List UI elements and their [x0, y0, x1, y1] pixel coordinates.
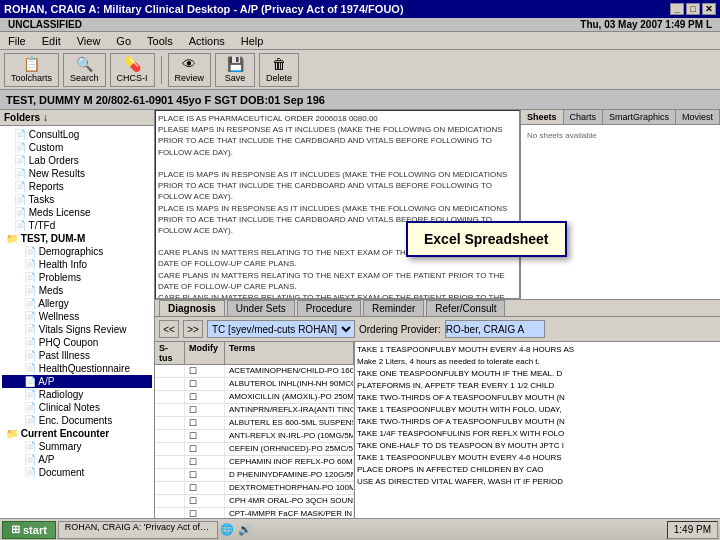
sidebar-item-testdumm[interactable]: 📁 TEST, DUM-M [2, 232, 152, 245]
ordering-provider-label: Ordering Provider: [359, 324, 441, 335]
table-row[interactable]: ☐CPH 4MR ORAL-PO 3QCH SOUN [155, 495, 354, 508]
tab-sheets[interactable]: Sheets [521, 110, 564, 124]
toolbar: 📋 Toolcharts 🔍 Search 💊 CHCS-I 👁 Review … [0, 50, 720, 90]
sidebar-item-phq[interactable]: 📄 PHQ Coupon [2, 336, 152, 349]
menu-help[interactable]: Help [237, 35, 268, 47]
sidebar-item-vitals[interactable]: 📄 Vitals Signs Review [2, 323, 152, 336]
window-controls: _ □ ✕ [670, 3, 716, 15]
minimize-button[interactable]: _ [670, 3, 684, 15]
windows-icon: ⊞ [11, 523, 20, 536]
tab-refer-consult[interactable]: Refer/Consult [426, 300, 505, 316]
tab-moviest[interactable]: Moviest [676, 110, 720, 124]
sidebar-item-consultlog[interactable]: 📄 ConsultLog [2, 128, 152, 141]
orders-section: << >> TC [syev/med-cuts ROHAN] Ordering … [155, 317, 720, 522]
tab-diagnosis[interactable]: Diagnosis [159, 300, 225, 316]
sidebar-tree: 📄 ConsultLog 📄 Custom 📄 Lab Orders 📄 New… [0, 126, 154, 481]
sidebar-item-tasks[interactable]: 📄 Tasks [2, 193, 152, 206]
sidebar-item-reports[interactable]: 📄 Reports [2, 180, 152, 193]
col-terms: Terms [225, 342, 354, 364]
menu-edit[interactable]: Edit [38, 35, 65, 47]
table-row[interactable]: ☐DEXTROMETHORPHAN-PO 100MG-3MX SLZ [155, 482, 354, 495]
table-row[interactable]: ☐ANTI-REFLX IN-IRL-PO (10MG/5ML KIT [155, 430, 354, 443]
sidebar-item-demographics[interactable]: 📄 Demographics [2, 245, 152, 258]
tab-procedure[interactable]: Procedure [297, 300, 361, 316]
speaker-icon: 🔊 [238, 523, 252, 536]
sidebar-item-healthinfo[interactable]: 📄 Health Info [2, 258, 152, 271]
col-status: S-tus [155, 342, 185, 364]
sidebar-item-ap2[interactable]: 📄 A/P [2, 453, 152, 466]
left-sidebar: Folders ↓ 📄 ConsultLog 📄 Custom 📄 Lab Or… [0, 110, 155, 522]
sidebar-item-clinicalnotes[interactable]: 📄 Clinical Notes [2, 401, 152, 414]
taskbar-clock: 1:49 PM [667, 521, 718, 539]
patient-bar: TEST, DUMMY M 20/802-61-0901 45yo F SGT … [0, 90, 720, 110]
sidebar-item-wellness[interactable]: 📄 Wellness [2, 310, 152, 323]
review-label: Review [175, 73, 205, 83]
start-button[interactable]: ⊞ start [2, 521, 56, 539]
classification-bar: UNCLASSIFIED Thu, 03 May 2007 1:49 PM L [0, 18, 720, 32]
delete-label: Delete [266, 73, 292, 83]
excel-tooltip: Excel Spreadsheet [406, 221, 567, 257]
notes-area[interactable]: PLACE IS AS PHARMACEUTICAL ORDER 2006018… [155, 110, 520, 299]
search-button[interactable]: 🔍 Search [63, 53, 106, 87]
menu-bar: File Edit View Go Tools Actions Help [0, 32, 720, 50]
taskbar-icons: 🌐 🔊 [220, 523, 252, 536]
order-set-select[interactable]: TC [syev/med-cuts ROHAN] [207, 320, 355, 338]
classification-label: UNCLASSIFIED [8, 19, 82, 30]
sidebar-item-problems[interactable]: 📄 Problems [2, 271, 152, 284]
table-row[interactable]: ☐CEPHAMIN INOF REFLX-PO 60MG/5ML [155, 456, 354, 469]
delete-button[interactable]: 🗑 Delete [259, 53, 299, 87]
taskbar: ⊞ start ROHAN, CRAIG A: 'Privacy Act of … [0, 518, 720, 540]
tab-charts[interactable]: Charts [564, 110, 604, 124]
prev-button[interactable]: << [159, 320, 179, 338]
search-label: Search [70, 73, 99, 83]
sidebar-item-allergy[interactable]: 📄 Allergy [2, 297, 152, 310]
tab-reminder[interactable]: Reminder [363, 300, 424, 316]
menu-tools[interactable]: Tools [143, 35, 177, 47]
table-row[interactable]: ☐CEFEIN (ORHNICED)-PO 25MC/5ML SLZT [155, 443, 354, 456]
sidebar-item-custom[interactable]: 📄 Custom [2, 141, 152, 154]
table-row[interactable]: ☐D PHENINYDFAMINE-PO 120G/5ML 10 [155, 469, 354, 482]
tab-under-sets[interactable]: Under Sets [227, 300, 295, 316]
folders-header[interactable]: Folders ↓ [0, 110, 154, 126]
sidebar-item-ttfd[interactable]: 📄 T/TFd [2, 219, 152, 232]
next-button[interactable]: >> [183, 320, 203, 338]
sidebar-item-pastillness[interactable]: 📄 Past Illness [2, 349, 152, 362]
provider-input[interactable] [445, 320, 545, 338]
right-panel-tabs: Sheets Charts SmartGraphics Moviest [521, 110, 720, 125]
sidebar-item-currentenc[interactable]: 📁 Current Encounter [2, 427, 152, 440]
maximize-button[interactable]: □ [686, 3, 700, 15]
review-button[interactable]: 👁 Review [168, 53, 212, 87]
sidebar-item-laborders[interactable]: 📄 Lab Orders [2, 154, 152, 167]
sidebar-item-summary[interactable]: 📄 Summary [2, 440, 152, 453]
orders-details: TAKE 1 TEASPOONFULBY MOUTH EVERY 4-8 HOU… [355, 342, 720, 521]
sidebar-item-meds[interactable]: 📄 Meds [2, 284, 152, 297]
patient-info: TEST, DUMMY M 20/802-61-0901 45yo F SGT … [6, 94, 325, 106]
menu-view[interactable]: View [73, 35, 105, 47]
table-row[interactable]: ☐ACETAMINOPHEN/CHILD-PO 160MG/5ML S [155, 365, 354, 378]
tabs-row: Diagnosis Under Sets Procedure Reminder … [155, 300, 720, 317]
chcsi-button[interactable]: 💊 CHCS-I [110, 53, 155, 87]
menu-go[interactable]: Go [112, 35, 135, 47]
toolcharts-button[interactable]: 📋 Toolcharts [4, 53, 59, 87]
close-button[interactable]: ✕ [702, 3, 716, 15]
right-content: PLACE IS AS PHARMACEUTICAL ORDER 2006018… [155, 110, 720, 522]
sidebar-item-healthquest[interactable]: 📄 HealthQuestionnaire [2, 362, 152, 375]
taskbar-app-button[interactable]: ROHAN, CRAIG A: 'Privacy Act of 1974/F..… [58, 521, 218, 539]
tab-smartgraphics[interactable]: SmartGraphics [603, 110, 676, 124]
save-button[interactable]: 💾 Save [215, 53, 255, 87]
menu-file[interactable]: File [4, 35, 30, 47]
table-row[interactable]: ☐ALBUTEROL INHL(INH-NH 90MCG 4HF [155, 378, 354, 391]
sidebar-item-newresults[interactable]: 📄 New Results [2, 167, 152, 180]
table-row[interactable]: ☐ANTINPRN/REFLX-IRA(ANTI TINCTIN [155, 404, 354, 417]
sidebar-item-document[interactable]: 📄 Document [2, 466, 152, 479]
main-content: Folders ↓ 📄 ConsultLog 📄 Custom 📄 Lab Or… [0, 110, 720, 522]
sidebar-item-medslicense[interactable]: 📄 Meds License [2, 206, 152, 219]
network-icon: 🌐 [220, 523, 234, 536]
menu-actions[interactable]: Actions [185, 35, 229, 47]
sidebar-item-radiology[interactable]: 📄 Radiology [2, 388, 152, 401]
table-row[interactable]: ☐ALBUTERL ES 600-5ML SUSPENS-PC 60 [155, 417, 354, 430]
sidebar-item-ap[interactable]: 📄 A/P [2, 375, 152, 388]
sidebar-item-encdocs[interactable]: 📄 Enc. Documents [2, 414, 152, 427]
delete-icon: 🗑 [272, 57, 286, 71]
table-row[interactable]: ☐AMOXICILLIN (AMOXIL)-PO 250MG/5ML [155, 391, 354, 404]
